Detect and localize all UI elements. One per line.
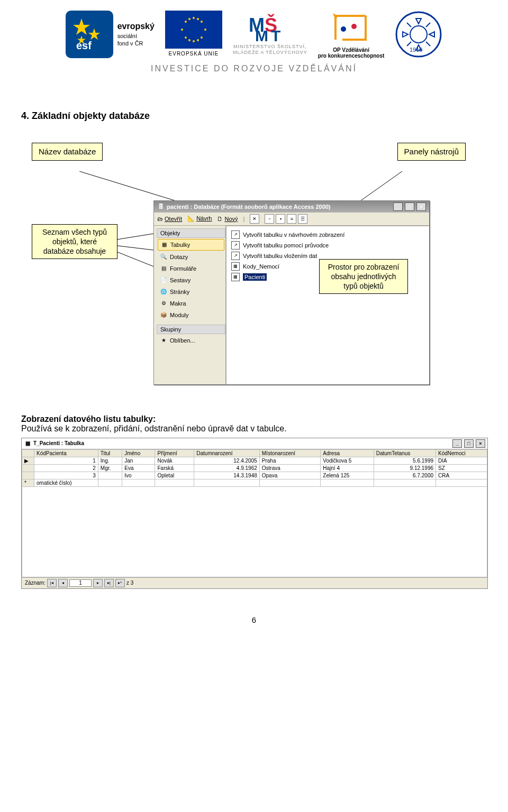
view-small-icon[interactable]: ▪	[276, 214, 285, 224]
view-large-icon[interactable]: ▫	[265, 214, 274, 224]
datasheet-empty-area	[22, 487, 487, 577]
header-logos: esf evropský sociální fond v ČR	[21, 11, 487, 59]
record-navigator: Záznam: |◂ ◂ 1 ▸ ▸| ▸* z 3	[22, 577, 487, 588]
esf-line2: sociální	[117, 33, 137, 39]
col-datumnarozeni[interactable]: Datumnarození	[194, 449, 260, 457]
sidebar-item-favorites[interactable]: ★Oblíben...	[158, 335, 224, 346]
datasheet[interactable]: KódPacienta Titul Jméno Příjmení Datumna…	[22, 449, 487, 487]
nav-total: z 3	[126, 580, 133, 586]
form-icon: ▤	[160, 265, 167, 272]
sidebar-item-modules[interactable]: 📦Moduly	[158, 310, 224, 320]
open-button[interactable]: 🗁 Otevřít	[157, 216, 182, 222]
table-icon: ▦	[24, 440, 31, 447]
main-create-design[interactable]: ↗Vytvořit tabulku v návrhovém zobrazení	[230, 229, 425, 240]
nav-last-button[interactable]: ▸|	[104, 579, 114, 587]
nav-prev-button[interactable]: ◂	[58, 579, 68, 587]
col-adresa[interactable]: Adresa	[321, 449, 374, 457]
opvk-logo: OP Vzdělávání pro konkurenceschopnost	[318, 11, 385, 59]
svg-point-8	[185, 21, 187, 23]
table-titlebar[interactable]: ▦ T_Pacienti : Tabulka _ □ ×	[22, 438, 487, 449]
subsection-body: Používá se k zobrazení, přidání, odstran…	[21, 424, 287, 433]
svg-text:1919: 1919	[410, 47, 422, 53]
nav-first-button[interactable]: |◂	[47, 579, 57, 587]
callout-content-area: Prostor pro zobrazení obsahu jednotlivýc…	[319, 259, 408, 294]
col-kodpacienta[interactable]: KódPacienta	[34, 449, 98, 457]
callout-types-list: Seznam všech typů objektů, které databáz…	[32, 224, 117, 260]
maximize-button[interactable]: □	[464, 439, 474, 448]
main-create-wizard[interactable]: ↗Vytvořit tabulku pomocí průvodce	[230, 240, 425, 251]
nav-new-button[interactable]: ▸*	[115, 579, 125, 587]
table-icon: ▦	[231, 262, 240, 271]
new-button[interactable]: 🗋 Nový	[217, 216, 238, 222]
esf-line1: evropský	[117, 22, 155, 31]
db-sidebar: Objekty ▦Tabulky 🔍Dotazy ▤Formuláře 📄Ses…	[154, 226, 226, 384]
table-row-new[interactable]: * omatické číslo)	[22, 479, 487, 486]
minimize-button[interactable]: _	[393, 202, 403, 211]
section-title: 4. Základní objekty databáze	[21, 110, 487, 122]
tagline: INVESTICE DO ROZVOJE VZDĚLÁVÁNÍ	[21, 64, 487, 73]
page-icon: 🌐	[160, 288, 167, 296]
view-list-icon[interactable]: ≡	[287, 214, 296, 224]
wizard-icon: ↗	[231, 241, 240, 250]
svg-point-12	[188, 18, 190, 20]
view-detail-icon[interactable]: ☰	[298, 214, 307, 224]
sidebar-item-tables[interactable]: ▦Tabulky	[158, 239, 224, 251]
nav-current-input[interactable]: 1	[69, 579, 92, 587]
query-icon: 🔍	[160, 253, 167, 261]
eu-caption: EVROPSKÁ UNIE	[169, 51, 219, 57]
table-row[interactable]: ▶ 1 Ing. Jan Novák 12.4.2005 Praha Vodič…	[22, 457, 487, 464]
db-title-text: pacienti : Databáze (Formát souborů apli…	[167, 204, 331, 210]
design-button[interactable]: 📐 Návrh	[187, 215, 212, 222]
svg-point-10	[185, 36, 187, 39]
db-sidebar-groups: Skupiny	[157, 325, 225, 334]
nav-next-button[interactable]: ▸	[93, 579, 103, 587]
svg-point-21	[341, 26, 346, 32]
svg-text:T: T	[271, 27, 280, 42]
db-titlebar[interactable]: 🗄 pacienti : Databáze (Formát souborů ap…	[154, 201, 429, 213]
svg-point-22	[351, 24, 357, 29]
star-icon: ★	[160, 337, 167, 344]
svg-point-11	[201, 36, 203, 39]
sidebar-item-forms[interactable]: ▤Formuláře	[158, 263, 224, 274]
table-header-row: KódPacienta Titul Jméno Příjmení Datumna…	[22, 449, 487, 457]
esf-line3: fond v ČR	[117, 40, 143, 47]
msmt-text: MINISTERSTVO ŠKOLSTVÍ, MLÁDEŽE A TĚLOVÝC…	[233, 44, 307, 56]
sidebar-item-queries[interactable]: 🔍Dotazy	[158, 252, 224, 262]
delete-icon[interactable]: ✕	[250, 214, 259, 224]
svg-point-24	[410, 26, 427, 43]
col-titul[interactable]: Titul	[98, 449, 122, 457]
table-row[interactable]: 2 Mgr. Eva Farská 4.9.1962 Ostrava Hajní…	[22, 464, 487, 472]
module-icon: 📦	[160, 311, 167, 319]
msmt-icon: M Š M T	[249, 11, 291, 42]
svg-marker-20	[333, 13, 338, 20]
sidebar-item-pages[interactable]: 🌐Stránky	[158, 287, 224, 297]
macro-icon: ⚙	[160, 300, 167, 307]
page-number: 6	[21, 615, 487, 624]
col-datumtetanus[interactable]: DatumTetanus	[374, 449, 436, 457]
col-jmeno[interactable]: Jméno	[122, 449, 155, 457]
svg-point-14	[188, 39, 190, 41]
esf-text: evropský sociální fond v ČR	[117, 21, 155, 47]
maximize-button[interactable]: □	[405, 202, 414, 211]
eu-flag-icon	[165, 11, 222, 49]
table-row[interactable]: 3 Ivo Opletal 14.3.1948 Opava Zelená 125…	[22, 472, 487, 479]
table-window: ▦ T_Pacienti : Tabulka _ □ × KódPacienta…	[21, 438, 488, 589]
eu-logo: EVROPSKÁ UNIE	[165, 11, 222, 57]
subsection-heading: Zobrazení datového listu tabulky:	[21, 414, 156, 423]
svg-point-7	[204, 29, 206, 31]
close-button[interactable]: ×	[416, 202, 426, 211]
col-kodnemoci[interactable]: KódNemoci	[436, 449, 487, 457]
sidebar-item-reports[interactable]: 📄Sestavy	[158, 275, 224, 285]
svg-point-9	[201, 21, 203, 23]
sidebar-item-macros[interactable]: ⚙Makra	[158, 298, 224, 309]
minimize-button[interactable]: _	[452, 439, 462, 448]
col-prijmeni[interactable]: Příjmení	[155, 449, 194, 457]
opvk-text: OP Vzdělávání pro konkurenceschopnost	[318, 47, 385, 59]
table-icon: ▦	[160, 241, 168, 248]
table-icon: ▦	[231, 273, 240, 281]
svg-marker-0	[73, 19, 90, 35]
close-button[interactable]: ×	[476, 439, 485, 448]
table-title-text: T_Pacienti : Tabulka	[33, 440, 84, 446]
col-mistonarozeni[interactable]: Místonarození	[259, 449, 321, 457]
svg-point-4	[193, 17, 195, 19]
